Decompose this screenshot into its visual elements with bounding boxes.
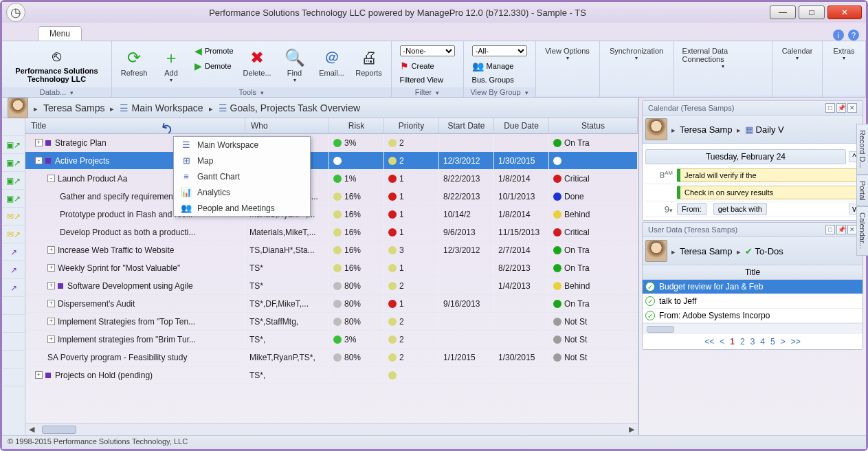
panel-pin-icon[interactable]: 📌 <box>836 103 846 113</box>
panel-dock-icon[interactable]: □ <box>825 103 835 113</box>
table-row[interactable]: +Increase Web Traffic to Website TS,Dian… <box>25 241 638 259</box>
bus-groups-button[interactable]: Bus. Groups <box>468 74 531 85</box>
tree-toggle-icon[interactable]: + <box>47 264 55 272</box>
refresh-button[interactable]: ⟳Refresh <box>116 44 152 80</box>
header-status[interactable]: Status <box>549 118 638 133</box>
info-icon[interactable]: i <box>833 30 844 41</box>
filtered-view-button[interactable]: Filtered View <box>396 74 459 85</box>
workspace-menu-item[interactable]: ≡Gantt Chart <box>174 168 310 184</box>
workspace-menu-item[interactable]: ☰Main Workspace <box>174 137 310 153</box>
side-tab-portal[interactable]: Portal <box>856 175 868 207</box>
breadcrumb-workspace[interactable]: ☰Main Workspace <box>120 102 203 113</box>
demote-button[interactable]: ▶Demote <box>190 59 238 73</box>
email-button[interactable]: ＠Email... <box>314 44 350 80</box>
tree-toggle-icon[interactable]: + <box>47 336 55 343</box>
calendar-person[interactable]: Teresa Samp <box>680 124 733 135</box>
pager-first[interactable]: << <box>704 337 714 346</box>
maximize-button[interactable]: □ <box>799 6 825 19</box>
calendar-appointment[interactable]: Check in on survey results <box>677 186 860 199</box>
table-row[interactable]: Gather and specify requirements DianaH,R… <box>25 188 638 206</box>
userdata-tab[interactable]: To-Dos <box>755 246 783 256</box>
calendar-chip-from[interactable]: From: <box>677 203 706 215</box>
filter-create-button[interactable]: ⚑Create <box>396 59 459 73</box>
pager-page[interactable]: 2 <box>740 337 745 346</box>
side-tab-calendar[interactable]: Calendar... <box>856 206 868 255</box>
tree-toggle-icon[interactable]: + <box>47 318 55 325</box>
tree-toggle-icon[interactable]: + <box>35 139 43 146</box>
pager-prev[interactable]: < <box>720 337 724 346</box>
calendar-chip-getback[interactable]: get back with <box>713 203 767 215</box>
table-row[interactable]: Prototype product in Flash and rec... Ma… <box>25 206 638 223</box>
table-row[interactable]: -Active Projects 2 12/3/2012 1/30/2015 <box>25 152 638 170</box>
horizontal-scrollbar[interactable]: ◀▶ <box>25 423 638 435</box>
database-group-label[interactable]: Datab... <box>40 88 67 96</box>
calendar-date[interactable]: Tuesday, February 24 <box>645 149 846 164</box>
table-row[interactable]: +Dispersement's Audit TS*,DF,MikeT,... 8… <box>25 295 638 313</box>
calendar-appointment[interactable]: Jerald will verify if the <box>677 168 860 182</box>
help-icon[interactable]: ? <box>848 30 859 41</box>
breadcrumb-view[interactable]: ☰Goals, Projects Task Overview <box>219 102 361 113</box>
tree-toggle-icon[interactable]: - <box>35 157 43 164</box>
close-button[interactable]: ✕ <box>827 6 862 19</box>
minimize-button[interactable]: — <box>770 6 796 19</box>
table-row[interactable]: +Projects on Hold (pending) TS*, <box>25 366 638 384</box>
menu-tab[interactable]: Menu <box>38 26 82 41</box>
panel-close-icon[interactable]: ✕ <box>847 225 857 234</box>
filter-none-dropdown[interactable]: -None- <box>396 44 459 58</box>
tree-toggle-icon[interactable]: + <box>47 246 55 254</box>
table-row[interactable]: SA Poverty program - Feasibility study M… <box>25 349 638 366</box>
org-label[interactable]: Performance Solutions Technology LLC <box>6 67 107 83</box>
synchronization-button[interactable]: Synchronization▾ <box>604 44 669 64</box>
table-row[interactable]: -Launch Product Aa MariaS*,... 1% 1 8/22… <box>25 170 638 188</box>
calendar-ribbon-button[interactable]: Calendar▾ <box>777 44 818 64</box>
promote-button[interactable]: ◀Promote <box>190 44 238 58</box>
table-row[interactable]: +Weekly Sprint for "Most Valuable" TS* 1… <box>25 259 638 277</box>
todo-item[interactable]: ✓talk to Jeff <box>643 294 863 309</box>
tree-toggle-icon[interactable]: + <box>47 282 55 289</box>
todo-header[interactable]: Title <box>643 265 863 280</box>
panel-pin-icon[interactable]: 📌 <box>836 225 846 234</box>
panel-dock-icon[interactable]: □ <box>825 225 835 234</box>
find-button[interactable]: 🔍Find▾ <box>277 44 313 86</box>
table-row[interactable]: +Implement strategies from "Brim Tur... … <box>25 331 638 349</box>
header-who[interactable]: Who <box>245 118 329 133</box>
panel-close-icon[interactable]: ✕ <box>847 103 857 113</box>
userdata-scrollbar[interactable] <box>647 326 674 333</box>
header-risk[interactable]: Risk <box>329 118 384 133</box>
table-row[interactable]: Develop Product as both a producti... Ma… <box>25 223 638 241</box>
pager-next[interactable]: > <box>781 337 786 346</box>
pager-page[interactable]: 5 <box>770 337 775 346</box>
table-row[interactable]: +Software Development using Agile TS* 80… <box>25 277 638 295</box>
tree-toggle-icon[interactable]: + <box>47 300 55 307</box>
header-start-date[interactable]: Start Date <box>439 118 494 133</box>
side-tab-record[interactable]: Record D... <box>856 124 868 175</box>
header-priority[interactable]: Priority <box>384 118 439 133</box>
row-risk: 16% <box>344 245 361 255</box>
header-title[interactable]: Title <box>25 118 245 133</box>
pager-page[interactable]: 4 <box>760 337 765 346</box>
table-row[interactable]: +Strategic Plan 3% 2 On Tra <box>25 134 638 152</box>
workspace-menu-item[interactable]: 📊Analytics <box>174 184 310 200</box>
table-row[interactable]: +Implement Strategies from "Top Ten... T… <box>25 313 638 331</box>
pager-last[interactable]: >> <box>791 337 801 346</box>
breadcrumb-person[interactable]: Teresa Samps <box>43 102 104 113</box>
add-button[interactable]: ＋Add▾ <box>153 44 189 86</box>
workspace-menu-item[interactable]: ⊞Map <box>174 153 310 168</box>
tree-toggle-icon[interactable]: + <box>35 371 43 379</box>
todo-item[interactable]: ✓Budget review for Jan & Feb <box>643 280 863 294</box>
header-due-date[interactable]: Due Date <box>494 118 549 133</box>
pager-page[interactable]: 3 <box>750 337 755 346</box>
workspace-menu-item[interactable]: 👥People and Meetings <box>174 200 310 216</box>
extras-button[interactable]: Extras▾ <box>827 44 861 64</box>
manage-button[interactable]: 👥Manage <box>468 59 531 73</box>
all-dropdown[interactable]: -All- <box>468 44 531 58</box>
todo-item[interactable]: ✓From: Adobe Systems Incorpo <box>643 309 863 323</box>
pager-page[interactable]: 1 <box>730 337 735 346</box>
external-data-button[interactable]: External Data Connections▾ <box>678 44 768 72</box>
calendar-view[interactable]: Daily V <box>756 124 784 135</box>
tree-toggle-icon[interactable]: - <box>47 175 55 182</box>
view-options-button[interactable]: View Options▾ <box>540 44 595 64</box>
reports-button[interactable]: 🖨Reports <box>351 44 387 80</box>
delete-button[interactable]: ✖Delete... <box>239 44 276 80</box>
userdata-person[interactable]: Teresa Samp <box>680 246 733 256</box>
